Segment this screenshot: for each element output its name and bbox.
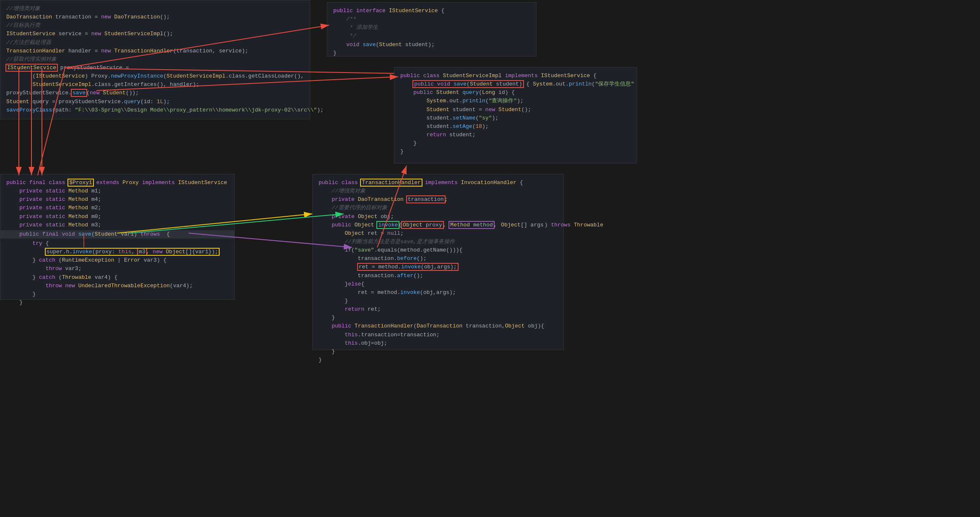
- top-right-impl-panel: public class StudentServiceImpl implemen…: [394, 67, 637, 164]
- code-line: IStudentService service = new StudentSer…: [6, 30, 304, 38]
- code-line: public final class $Proxy1 extends Proxy…: [6, 179, 228, 187]
- code-line: private static Method m3;: [6, 221, 228, 229]
- code-line: private static Method m4;: [6, 195, 228, 204]
- code-line: //判断当前方法是否是save,是才做事务操作: [319, 238, 557, 246]
- code-line: public class StudentServiceImpl implemen…: [400, 72, 631, 80]
- code-line: public void save(Student student) { Syst…: [400, 80, 631, 88]
- code-line: }: [6, 290, 228, 299]
- code-line: public final void save(Student var1) thr…: [0, 230, 234, 239]
- code-line: //方法拦截处理器: [6, 39, 304, 47]
- code-line: return student;: [400, 131, 631, 139]
- code-line: student.setAge(18);: [400, 122, 631, 131]
- code-line: return ret;: [319, 305, 557, 314]
- code-line: //增强类对象: [6, 5, 304, 13]
- bottom-left-panel: public final class $Proxy1 extends Proxy…: [0, 174, 235, 300]
- code-line: void save(Student student);: [333, 41, 530, 49]
- code-line: //需要代理的目标对象: [319, 204, 557, 212]
- code-line: Student student = new Student();: [400, 106, 631, 114]
- code-line: }: [319, 314, 557, 322]
- code-line: //获取代理实例对象: [6, 55, 304, 64]
- code-line: (IStudentService) Proxy.newProxyInstance…: [6, 72, 304, 81]
- code-line: throw new UndeclaredThrowableException(v…: [6, 282, 228, 290]
- code-line: } catch (RuntimeException | Error var3) …: [6, 256, 228, 265]
- code-line: Object ret = null;: [319, 229, 557, 238]
- code-line: private DaoTransaction transaction;: [319, 195, 557, 204]
- code-line: Student query = proxyStudentService.quer…: [6, 98, 304, 106]
- bottom-right-panel: public class TransactionHandler implemen…: [312, 174, 564, 350]
- code-line: }else{: [319, 280, 557, 288]
- top-left-panel: //增强类对象 DaoTransaction transaction = new…: [0, 0, 310, 120]
- code-line: transaction.after();: [319, 272, 557, 280]
- code-line: transaction.before();: [319, 255, 557, 263]
- code-line: this.obj=obj;: [319, 339, 557, 348]
- code-line: private static Method m0;: [6, 213, 228, 221]
- code-line: this.transaction=transaction;: [319, 331, 557, 339]
- code-line: try {: [6, 239, 228, 248]
- code-line: public interface IStudentService {: [333, 7, 530, 15]
- code-line: private static Method m1;: [6, 187, 228, 195]
- code-line: ret = method.invoke(obj,args);: [319, 263, 557, 271]
- code-line: }: [400, 139, 631, 148]
- code-line: TransactionHandler handler = new Transac…: [6, 47, 304, 55]
- code-line: //增强类对象: [319, 187, 557, 195]
- code-line: super.h.invoke(proxy: this, m3, new Obje…: [6, 248, 228, 256]
- code-line: public TransactionHandler(DaoTransaction…: [319, 322, 557, 330]
- code-line: DaoTransaction transaction = new DaoTran…: [6, 13, 304, 21]
- code-line: } catch (Throwable var4) {: [6, 273, 228, 282]
- code-line-highlight-red: IStudentService proxyStudentService =: [6, 64, 304, 72]
- code-line: }: [333, 49, 530, 57]
- code-line: /**: [333, 15, 530, 23]
- code-line: }: [319, 356, 557, 364]
- code-line: proxyStudentService.save(new Student());: [6, 89, 304, 97]
- code-line: public class TransactionHandler implemen…: [319, 179, 557, 187]
- code-line: private static Method m2;: [6, 204, 228, 212]
- code-line: public Object invoke(Object proxy, Metho…: [319, 221, 557, 229]
- code-line: ret = method.invoke(obj,args);: [319, 288, 557, 297]
- code-line: }: [400, 148, 631, 156]
- code-line: //目标执行类: [6, 21, 304, 30]
- code-line: }: [6, 299, 228, 307]
- code-line: throw var3;: [6, 265, 228, 273]
- top-right-interface-panel: public interface IStudentService { /** *…: [327, 2, 537, 57]
- code-line: */: [333, 32, 530, 40]
- code-line: private Object obj;: [319, 213, 557, 221]
- code-line: if("save".equals(method.getName())){: [319, 246, 557, 255]
- code-line: }: [319, 348, 557, 356]
- code-line: public Student query(Long id) {: [400, 88, 631, 97]
- code-line: System.out.println("查询操作");: [400, 97, 631, 105]
- code-line: * 添加学生: [333, 23, 530, 32]
- code-line: }: [319, 297, 557, 305]
- code-line: student.setName("sy");: [400, 114, 631, 122]
- code-line: StudentServiceImpl.class.getInterfaces()…: [6, 81, 304, 89]
- code-line: saveProxyClass(path: "F:\\03-Spring\\Des…: [6, 106, 304, 114]
